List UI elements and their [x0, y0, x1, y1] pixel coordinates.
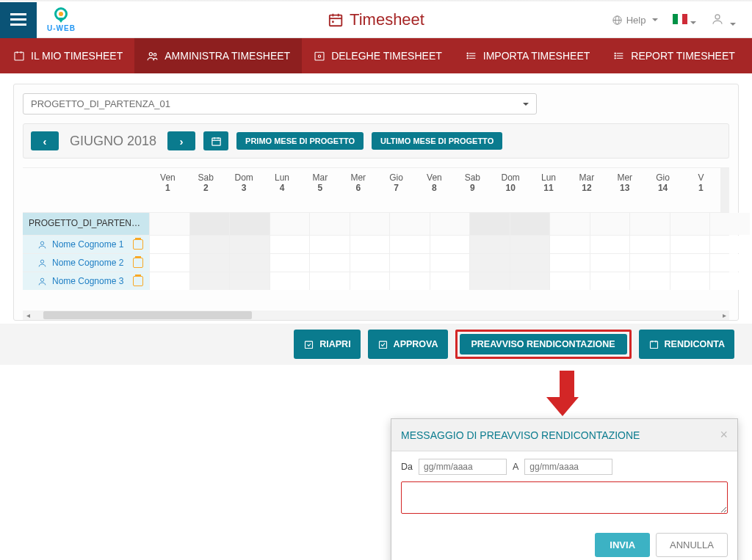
- grid-cell[interactable]: [189, 254, 230, 272]
- grid-cell[interactable]: [149, 272, 189, 290]
- project-row: PROGETTO_DI_PARTENZ...: [23, 212, 729, 235]
- language-selector[interactable]: [673, 14, 696, 26]
- horizontal-scrollbar[interactable]: ◂ ▸: [23, 310, 729, 320]
- grid-cell[interactable]: [309, 236, 350, 253]
- grid-cell[interactable]: [709, 213, 750, 235]
- scroll-thumb[interactable]: [43, 311, 252, 319]
- project-select[interactable]: PROGETTO_DI_PARTENZA_01: [23, 93, 537, 114]
- primo-mese-button[interactable]: PRIMO MESE DI PROGETTO: [236, 132, 364, 150]
- date-to-input[interactable]: [524, 459, 612, 475]
- grid-cell[interactable]: [709, 254, 750, 272]
- grid-cell[interactable]: [510, 272, 550, 290]
- grid-cell[interactable]: [629, 254, 670, 272]
- grid-cell[interactable]: [430, 213, 470, 235]
- grid-cell[interactable]: [629, 213, 670, 235]
- grid-cell[interactable]: [270, 236, 310, 253]
- prev-month-button[interactable]: ‹: [31, 131, 59, 150]
- grid-cell[interactable]: [629, 236, 670, 253]
- grid-cell[interactable]: [430, 272, 470, 290]
- person-label[interactable]: Nome Cognome 2: [23, 254, 149, 272]
- grid-cell[interactable]: [389, 254, 430, 272]
- grid-cell[interactable]: [590, 254, 630, 272]
- scroll-right-icon[interactable]: ▸: [719, 311, 729, 319]
- preavviso-button[interactable]: PREAVVISO RENDICONTAZIONE: [460, 334, 627, 354]
- actions-bar: RIAPRI APPROVA PREAVVISO RENDICONTAZIONE…: [0, 324, 752, 365]
- calendar-picker-button[interactable]: [203, 131, 228, 150]
- grid-cell[interactable]: [229, 272, 270, 290]
- grid-cell[interactable]: [229, 254, 270, 272]
- next-month-button[interactable]: ›: [167, 131, 195, 150]
- grid-cell[interactable]: [709, 272, 750, 290]
- annulla-button[interactable]: ANNULLA: [656, 533, 728, 557]
- scroll-left-icon[interactable]: ◂: [23, 311, 33, 319]
- grid-cell[interactable]: [229, 213, 270, 235]
- nav-my-timesheet[interactable]: IL MIO TIMESHEET: [1, 38, 134, 73]
- grid-cell[interactable]: [350, 236, 390, 253]
- grid-cell[interactable]: [309, 213, 350, 235]
- person-calendar-icon[interactable]: [133, 239, 143, 250]
- grid-cell[interactable]: [389, 213, 430, 235]
- grid-cell[interactable]: [590, 213, 630, 235]
- grid-cell[interactable]: [229, 236, 270, 253]
- grid-cell[interactable]: [149, 254, 189, 272]
- nav-admin-timesheet[interactable]: AMMINISTRA TIMESHEET: [134, 38, 302, 73]
- grid-cell[interactable]: [469, 254, 510, 272]
- grid-cell[interactable]: [430, 236, 470, 253]
- person-calendar-icon[interactable]: [133, 258, 143, 268]
- grid-cell[interactable]: [549, 213, 590, 235]
- person-label[interactable]: Nome Cognome 3: [23, 272, 149, 290]
- grid-cell[interactable]: [350, 213, 390, 235]
- grid-cell[interactable]: [590, 236, 630, 253]
- grid-cell[interactable]: [709, 236, 750, 253]
- help-link[interactable]: Help: [612, 15, 659, 26]
- grid-cell[interactable]: [149, 213, 189, 235]
- grid-cell[interactable]: [670, 254, 710, 272]
- modal-close-button[interactable]: ×: [720, 427, 728, 443]
- rendiconta-button[interactable]: RENDICONTA: [639, 330, 734, 359]
- person-calendar-icon[interactable]: [133, 276, 143, 286]
- grid-cell[interactable]: [510, 213, 550, 235]
- message-textarea[interactable]: [401, 481, 728, 514]
- grid-cell[interactable]: [149, 236, 189, 253]
- grid-cell[interactable]: [590, 272, 630, 290]
- grid-cell[interactable]: [430, 254, 470, 272]
- grid-cell[interactable]: [670, 272, 710, 290]
- grid-cell[interactable]: [510, 236, 550, 253]
- person-row: Nome Cognome 2: [23, 253, 729, 272]
- grid-cell[interactable]: [549, 272, 590, 290]
- grid-cell[interactable]: [469, 213, 510, 235]
- nav-importa-timesheet[interactable]: IMPORTA TIMESHEET: [454, 38, 601, 73]
- day-header: Lun4: [264, 168, 302, 212]
- approva-button[interactable]: APPROVA: [368, 330, 448, 359]
- grid-cell[interactable]: [309, 254, 350, 272]
- grid-cell[interactable]: [629, 272, 670, 290]
- grid-cell[interactable]: [549, 254, 590, 272]
- grid-cell[interactable]: [189, 236, 230, 253]
- riapri-button[interactable]: RIAPRI: [294, 330, 360, 359]
- nav-report-timesheet[interactable]: REPORT TIMESHEET: [601, 38, 747, 73]
- ultimo-mese-button[interactable]: ULTIMO MESE DI PROGETTO: [372, 132, 502, 150]
- menu-toggle[interactable]: [0, 2, 37, 38]
- grid-cell[interactable]: [350, 254, 390, 272]
- grid-cell[interactable]: [549, 236, 590, 253]
- grid-cell[interactable]: [670, 213, 710, 235]
- grid-cell[interactable]: [189, 213, 230, 235]
- grid-cell[interactable]: [469, 236, 510, 253]
- grid-cell[interactable]: [309, 272, 350, 290]
- project-label[interactable]: PROGETTO_DI_PARTENZ...: [23, 213, 149, 235]
- grid-cell[interactable]: [389, 272, 430, 290]
- grid-cell[interactable]: [350, 272, 390, 290]
- grid-cell[interactable]: [389, 236, 430, 253]
- grid-cell[interactable]: [270, 272, 310, 290]
- date-from-input[interactable]: [419, 459, 507, 475]
- grid-cell[interactable]: [510, 254, 550, 272]
- nav-deleghe-timesheet[interactable]: DELEGHE TIMESHEET: [302, 38, 454, 73]
- person-label[interactable]: Nome Cognome 1: [23, 236, 149, 253]
- grid-cell[interactable]: [670, 236, 710, 253]
- invia-button[interactable]: INVIA: [595, 533, 650, 557]
- grid-cell[interactable]: [270, 213, 310, 235]
- grid-cell[interactable]: [469, 272, 510, 290]
- user-menu[interactable]: [711, 12, 736, 28]
- grid-cell[interactable]: [189, 272, 230, 290]
- grid-cell[interactable]: [270, 254, 310, 272]
